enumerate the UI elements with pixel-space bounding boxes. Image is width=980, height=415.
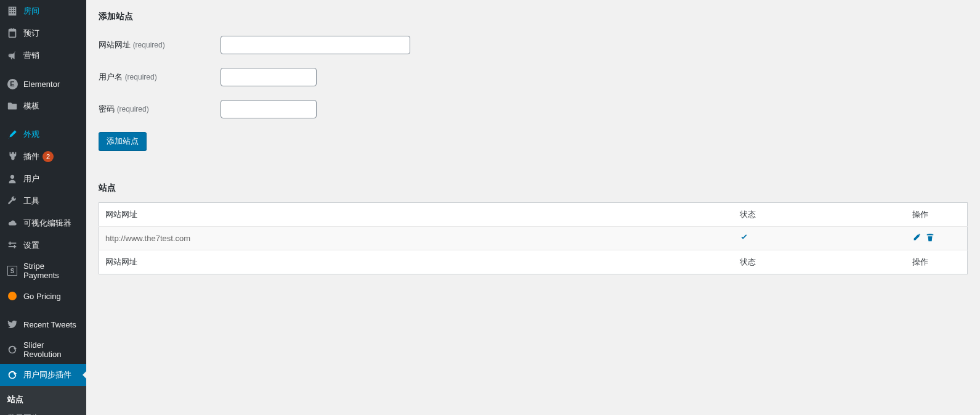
plugin-icon [6, 150, 18, 163]
cell-action [906, 227, 968, 250]
tf-action[interactable]: 操作 [906, 250, 968, 274]
submenu: 站点 批量同步 API 错误日志 设置 注册激活 [0, 386, 86, 415]
menu-item-recent-tweets[interactable]: Recent Tweets [0, 313, 86, 335]
menu-label: 房间 [23, 6, 39, 17]
twitter-icon [6, 318, 18, 331]
update-badge: 2 [43, 151, 54, 162]
admin-sidebar: 房间 预订 营销 E Elementor 模板 外观 插件 2 用户 工具 可视… [0, 0, 86, 415]
folder-icon [6, 100, 18, 112]
menu-label: 预订 [23, 28, 39, 39]
menu-item-tools[interactable]: 工具 [0, 190, 86, 212]
menu-label: Go Pricing [23, 292, 61, 301]
menu-label: 插件 [23, 151, 39, 162]
gopricing-icon [6, 290, 18, 302]
menu-label: 营销 [23, 50, 39, 61]
form-row-password: 密码 (required) [99, 100, 968, 118]
calendar-icon [6, 27, 18, 39]
password-input[interactable] [221, 100, 317, 118]
building-icon [6, 5, 18, 17]
cell-status [734, 227, 906, 250]
menu-item-visual-editor[interactable]: 可视化编辑器 [0, 212, 86, 234]
menu-label: 可视化编辑器 [23, 218, 71, 229]
sliders-icon [6, 239, 18, 252]
refresh-icon [6, 369, 18, 381]
th-url[interactable]: 网站网址 [99, 203, 734, 227]
menu-item-user-sync[interactable]: 用户同步插件 [0, 364, 86, 386]
tf-status[interactable]: 状态 [734, 250, 906, 274]
submenu-item-batch-sync[interactable]: 批量同步 [0, 409, 86, 415]
menu-item-stripe[interactable]: S Stripe Payments [0, 257, 86, 285]
site-url-input[interactable] [221, 36, 410, 54]
menu-item-slider-revolution[interactable]: Slider Revolution [0, 335, 86, 364]
menu-label: Elementor [23, 80, 60, 89]
menu-item-marketing[interactable]: 营销 [0, 44, 86, 67]
megaphone-icon [6, 49, 18, 62]
menu-item-appearance[interactable]: 外观 [0, 123, 86, 146]
main-content: 添加站点 网站网址 (required) 用户名 (required) 密码 (… [86, 0, 980, 287]
menu-item-gopricing[interactable]: Go Pricing [0, 285, 86, 307]
menu-label: 设置 [23, 240, 39, 251]
add-site-heading: 添加站点 [99, 11, 968, 22]
menu-label: Stripe Payments [23, 261, 80, 280]
user-icon [6, 173, 18, 185]
menu-item-elementor[interactable]: E Elementor [0, 73, 86, 95]
menu-item-plugins[interactable]: 插件 2 [0, 146, 86, 168]
th-action[interactable]: 操作 [906, 203, 968, 227]
form-row-username: 用户名 (required) [99, 68, 968, 86]
table-row: http://www.the7test.com [99, 227, 968, 250]
menu-item-rooms[interactable]: 房间 [0, 0, 86, 22]
th-status[interactable]: 状态 [734, 203, 906, 227]
wrench-icon [6, 195, 18, 207]
menu-item-bookings[interactable]: 预订 [0, 22, 86, 44]
menu-label: Slider Revolution [23, 340, 80, 359]
menu-item-templates[interactable]: 模板 [0, 95, 86, 117]
form-row-url: 网站网址 (required) [99, 36, 968, 54]
url-label: 网站网址 (required) [99, 39, 221, 51]
stripe-icon: S [6, 265, 18, 277]
refresh-icon [6, 343, 18, 356]
menu-label: 模板 [23, 101, 39, 112]
username-input[interactable] [221, 68, 317, 86]
password-label: 密码 (required) [99, 104, 221, 115]
add-site-button[interactable]: 添加站点 [99, 132, 147, 150]
check-icon [740, 234, 748, 244]
sites-heading: 站点 [99, 183, 968, 194]
brush-icon [6, 128, 18, 141]
menu-label: 用户同步插件 [23, 369, 71, 380]
menu-label: 外观 [23, 129, 39, 140]
cell-url: http://www.the7test.com [99, 227, 734, 250]
menu-label: Recent Tweets [23, 320, 76, 329]
menu-label: 工具 [23, 195, 39, 207]
cloud-icon [6, 217, 18, 229]
elementor-icon: E [6, 78, 18, 90]
submenu-item-sites[interactable]: 站点 [0, 390, 86, 409]
username-label: 用户名 (required) [99, 72, 221, 83]
sites-table: 网站网址 状态 操作 http://www.the7test.com [99, 202, 968, 274]
menu-item-settings[interactable]: 设置 [0, 234, 86, 257]
menu-label: 用户 [23, 173, 39, 184]
edit-icon[interactable] [912, 233, 921, 244]
tf-url[interactable]: 网站网址 [99, 250, 734, 274]
trash-icon[interactable] [926, 233, 934, 244]
menu-item-users[interactable]: 用户 [0, 168, 86, 190]
